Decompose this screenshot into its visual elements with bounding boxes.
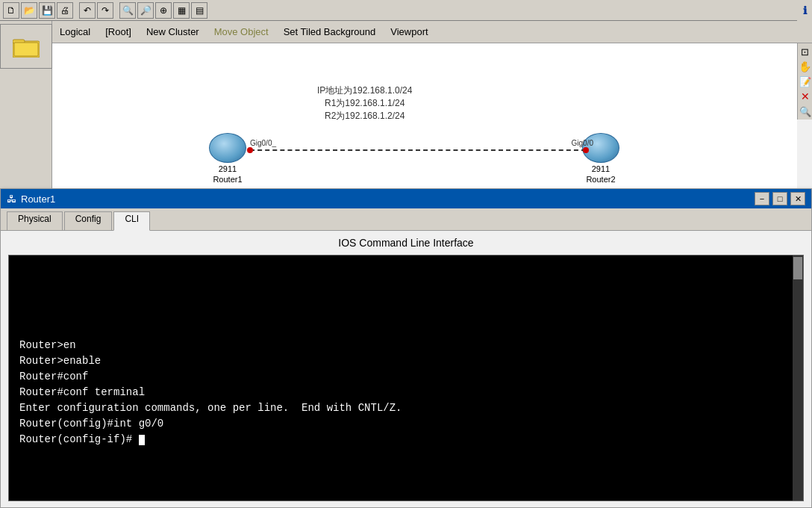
toolbar-save[interactable]: 💾 — [39, 2, 55, 19]
menu-viewport[interactable]: Viewport — [390, 26, 428, 37]
cli-line-3: Router#conf — [19, 369, 793, 385]
toolbar-find2[interactable]: 🔎 — [137, 2, 154, 19]
logical-folder-area[interactable] — [0, 24, 52, 69]
router1-window: 🖧 Router1 − □ ✕ Physical Config CLI IOS … — [0, 188, 812, 508]
cli-terminal[interactable]: Router>en Router>enable Router#conf Rout… — [8, 255, 804, 501]
router1-icon-wrapper — [209, 133, 246, 163]
tab-physical[interactable]: Physical — [7, 211, 63, 230]
cli-line-4: Router#conf terminal — [19, 385, 793, 400]
rt-search-icon[interactable]: 🔍 — [799, 105, 812, 118]
annotation-line2: R1为192.168.1.1/24 — [317, 97, 412, 110]
router2-port-dot — [583, 147, 589, 153]
menu-set-tiled[interactable]: Set Tiled Background — [284, 26, 376, 37]
top-toolbar: 🗋 📂 💾 🖨 ↶ ↷ 🔍 🔎 ⊕ ▦ ▤ ℹ — [0, 0, 812, 21]
right-toolbar: ⊡ ✋ 📝 ✕ 🔍 — [797, 43, 812, 120]
toolbar-icon2[interactable]: ▤ — [191, 2, 207, 19]
router1-port-dot — [247, 147, 253, 153]
cli-header: IOS Command Line Interface — [1, 231, 811, 255]
menu-new-cluster[interactable]: New Cluster — [146, 26, 199, 37]
router1-body — [209, 133, 246, 163]
toolbar-new[interactable]: 🗋 — [3, 2, 19, 19]
restore-button[interactable]: □ — [772, 192, 787, 205]
sim-left-panel — [0, 21, 52, 202]
toolbar-undo[interactable]: ↶ — [79, 2, 96, 19]
router2-port-label: Gig0/0 — [572, 139, 593, 147]
router1-port-label: Gig0/0_ — [250, 139, 276, 147]
menu-logical[interactable]: Logical — [60, 26, 90, 37]
toolbar-table[interactable]: ▦ — [173, 2, 190, 19]
cli-scroll-thumb[interactable] — [793, 257, 802, 279]
cli-cursor — [139, 435, 145, 445]
toolbar-print[interactable]: 🖨 — [57, 2, 73, 19]
rt-note-icon[interactable]: 📝 — [799, 75, 812, 88]
toolbar-sep2 — [115, 2, 118, 19]
router2-model: 2911 — [592, 164, 610, 173]
menu-root[interactable]: [Root] — [105, 26, 131, 37]
rt-hand-icon[interactable]: ✋ — [799, 60, 812, 73]
network-annotation: IP地址为192.168.1.0/24 R1为192.168.1.1/24 R2… — [317, 84, 412, 122]
cli-spacer — [19, 263, 793, 338]
cli-line-6: Router(config)#int g0/0 — [19, 416, 793, 432]
rt-delete-icon[interactable]: ✕ — [799, 90, 812, 103]
window-tabs: Physical Config CLI — [1, 208, 811, 231]
menu-move-object[interactable]: Move Object — [214, 26, 269, 37]
sim-menubar: Logical [Root] New Cluster Move Object S… — [52, 21, 812, 43]
router1-model: 2911 — [219, 164, 237, 173]
cli-line-2: Router>enable — [19, 353, 793, 369]
simulation-area: Logical [Root] New Cluster Move Object S… — [0, 21, 812, 202]
svg-rect-2 — [14, 43, 38, 56]
router2-name: Router2 — [586, 175, 615, 184]
cli-line-5: Enter configuration commands, one per li… — [19, 400, 793, 416]
cli-line-1: Router>en — [19, 338, 793, 353]
window-title-left: 🖧 Router1 — [7, 193, 55, 205]
tab-cli[interactable]: CLI — [113, 211, 150, 231]
toolbar-zoom[interactable]: ⊕ — [155, 2, 172, 19]
toolbar-redo[interactable]: ↷ — [97, 2, 113, 19]
cli-scrollbar[interactable] — [793, 255, 803, 501]
folder-icon — [13, 35, 40, 58]
minimize-button[interactable]: − — [755, 192, 769, 205]
canvas-area[interactable]: IP地址为192.168.1.0/24 R1为192.168.1.1/24 R2… — [52, 43, 797, 202]
router1-name: Router1 — [213, 175, 242, 184]
cli-content-area: IOS Command Line Interface Router>en Rou… — [1, 231, 811, 501]
router1-container[interactable]: 2911 Router1 — [209, 133, 246, 184]
tab-config[interactable]: Config — [64, 211, 113, 230]
annotation-line1: IP地址为192.168.1.0/24 — [317, 84, 412, 97]
window-title: Router1 — [21, 193, 55, 205]
info-button[interactable]: ℹ — [797, 0, 812, 21]
annotation-line3: R2为192.168.1.2/24 — [317, 110, 412, 123]
router-icon-small: 🖧 — [7, 193, 16, 205]
toolbar-sep1 — [75, 2, 78, 19]
toolbar-find[interactable]: 🔍 — [119, 2, 136, 19]
connection-dashed-line — [250, 149, 586, 151]
cli-line-7: Router(config-if)# — [19, 432, 793, 447]
toolbar-open[interactable]: 📂 — [21, 2, 37, 19]
window-controls: − □ ✕ — [755, 192, 805, 205]
close-button[interactable]: ✕ — [790, 192, 805, 205]
window-titlebar: 🖧 Router1 − □ ✕ — [1, 189, 811, 208]
rt-select-icon[interactable]: ⊡ — [799, 45, 812, 58]
